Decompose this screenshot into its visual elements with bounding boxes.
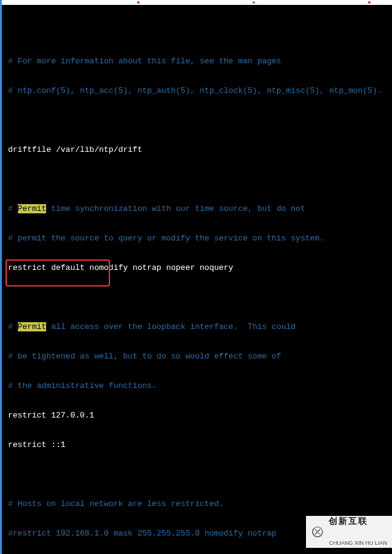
terminal-window[interactable]: # For more information about this file, … [0,0,392,554]
search-highlight: Permit [18,204,47,213]
comment-line: # Permit time synchronization with our t… [8,204,386,214]
search-highlight: Permit [18,322,47,331]
watermark: 创新互联 CHUANG XIN HU LIAN [306,516,392,548]
driftfile-directive: driftfile /var/lib/ntp/drift [8,145,386,155]
dot-icon [368,1,370,4]
brand-logo-icon [311,521,324,542]
toolbar-sliver [2,0,392,5]
restrict-v6-directive: restrict ::1 [8,440,386,450]
comment-line: # ntp.conf(5), ntp_acc(5), ntp_auth(5), … [8,86,386,96]
comment-line: # For more information about this file, … [8,57,386,66]
watermark-sub: CHUANG XIN HU LIAN [329,539,387,547]
restrict-default-directive: restrict default nomodify notrap nopeer … [8,263,386,273]
watermark-brand: 创新互联 [329,517,387,524]
comment-line: # Permit all access over the loopback in… [8,322,386,332]
comment-line: # the administrative functions. [8,381,386,391]
dot-icon [253,1,255,4]
dot-icon [137,1,139,4]
restrict-v4-directive: restrict 127.0.0.1 [8,411,386,421]
comment-line: # be tightened as well, but to do so wou… [8,352,386,362]
comment-line: # permit the source to query or modify t… [8,234,386,243]
